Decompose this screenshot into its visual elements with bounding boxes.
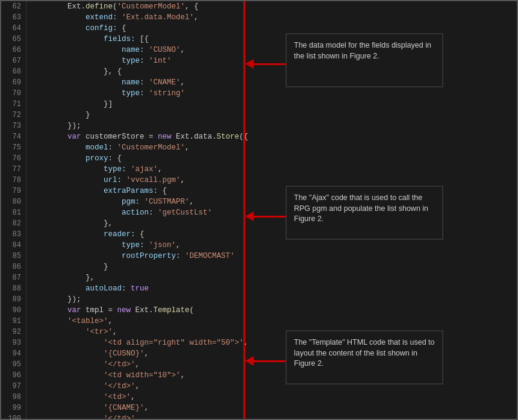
line-number: 80 <box>6 196 21 207</box>
line-number: 82 <box>6 218 21 229</box>
code-line: extend: 'Ext.data.Model', <box>31 12 512 23</box>
line-number: 79 <box>6 186 21 196</box>
line-number: 90 <box>6 305 21 316</box>
line-number: 63 <box>6 12 21 23</box>
line-number: 94 <box>6 348 21 359</box>
code-line: '<table>', <box>31 316 512 327</box>
line-number: 65 <box>6 34 21 45</box>
code-line: '</td>', <box>31 413 512 419</box>
code-line: }] <box>31 99 512 110</box>
line-numbers: 6263646566676869707172737475767778798081… <box>1 1 27 419</box>
code-line: autoLoad: true <box>31 283 512 294</box>
line-number: 93 <box>6 337 21 348</box>
code-line: var tmpl = new Ext.Template( <box>31 305 512 316</box>
line-number: 99 <box>6 403 21 413</box>
line-number: 77 <box>6 164 21 175</box>
code-line: type: 'json', <box>31 240 512 251</box>
code-line: rootProperty: 'DEMOCMAST' <box>31 251 512 262</box>
line-number: 62 <box>6 1 21 12</box>
line-number: 78 <box>6 175 21 186</box>
line-number: 84 <box>6 240 21 251</box>
annotation-3-box: The "Template" HTML code that is used to… <box>286 330 443 384</box>
line-number: 92 <box>6 327 21 337</box>
line-number: 88 <box>6 283 21 294</box>
code-line: config: { <box>31 23 512 34</box>
line-number: 71 <box>6 99 21 110</box>
code-line: type: 'ajax', <box>31 164 512 175</box>
code-line: '<td>', <box>31 392 512 403</box>
line-number: 73 <box>6 121 21 131</box>
code-line: '{CNAME}', <box>31 403 512 413</box>
line-number: 86 <box>6 262 21 272</box>
line-number: 70 <box>6 88 21 99</box>
line-number: 98 <box>6 392 21 403</box>
line-number: 85 <box>6 251 21 262</box>
line-number: 72 <box>6 110 21 121</box>
code-line: }); <box>31 121 512 131</box>
line-number: 95 <box>6 359 21 370</box>
line-number: 69 <box>6 77 21 88</box>
annotation-3-arrow <box>245 356 286 366</box>
line-number: 66 <box>6 45 21 55</box>
line-number: 83 <box>6 229 21 240</box>
line-number: 81 <box>6 207 21 218</box>
line-number: 97 <box>6 381 21 392</box>
line-number: 76 <box>6 153 21 164</box>
annotation-2-box: The "Ajax" code that is used to call the… <box>286 186 443 240</box>
line-number: 64 <box>6 23 21 34</box>
code-line: }, <box>31 272 512 283</box>
annotation-1-box: The data model for the fields displayed … <box>286 33 443 87</box>
editor-container: 6263646566676869707172737475767778798081… <box>0 0 518 420</box>
line-number: 100 <box>6 413 21 420</box>
annotation-2-arrow <box>245 212 286 221</box>
line-number: 68 <box>6 66 21 77</box>
code-line: url: 'vvcall.pgm', <box>31 175 512 186</box>
line-number: 75 <box>6 142 21 153</box>
code-line: } <box>31 110 512 121</box>
code-line: type: 'string' <box>31 88 512 99</box>
annotation-1-arrow <box>245 59 286 69</box>
line-number: 67 <box>6 55 21 66</box>
code-line: var customerStore = new Ext.data.Store({ <box>31 131 512 142</box>
code-line: }); <box>31 294 512 305</box>
code-line: model: 'CustomerModel', <box>31 142 512 153</box>
code-area: Ext.define('CustomerModel', { extend: 'E… <box>27 1 517 419</box>
line-number: 96 <box>6 370 21 381</box>
line-number: 87 <box>6 272 21 283</box>
code-line: Ext.define('CustomerModel', { <box>31 1 512 12</box>
code-line: proxy: { <box>31 153 512 164</box>
line-number: 89 <box>6 294 21 305</box>
line-number: 91 <box>6 316 21 327</box>
code-line: } <box>31 262 512 272</box>
line-number: 74 <box>6 131 21 142</box>
